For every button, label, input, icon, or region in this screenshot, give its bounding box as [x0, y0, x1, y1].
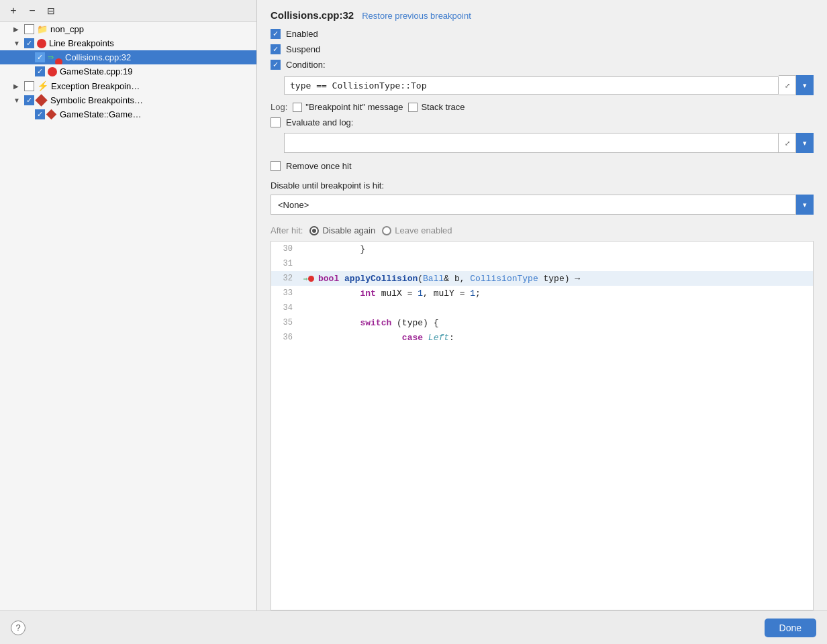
tree-label: GameState.cpp:19: [60, 66, 132, 76]
diamond-small-icon: [46, 109, 57, 120]
condition-checkbox[interactable]: [271, 60, 281, 70]
add-button[interactable]: +: [7, 4, 20, 17]
remove-once-checkbox[interactable]: [271, 161, 281, 171]
breakpoint-header: Collisions.cpp:32 Restore previous break…: [257, 0, 827, 29]
help-button[interactable]: ?: [11, 621, 26, 635]
remove-once-label: Remove once hit: [286, 161, 352, 171]
lightning-icon: ⚡: [37, 80, 48, 91]
diamond-icon: [35, 94, 47, 106]
after-hit-label: After hit:: [271, 225, 303, 235]
eval-input-row: ⤢ ▾: [284, 133, 814, 153]
leave-enabled-label: Leave enabled: [395, 225, 452, 235]
line-content-33: int mulX = 1, mulY = 1;: [318, 288, 813, 299]
code-line-33: 33 int mulX = 1, mulY = 1;: [271, 286, 813, 301]
disable-again-option[interactable]: Disable again: [309, 225, 375, 235]
tree-label: Symbolic Breakpoints…: [50, 95, 143, 105]
done-button[interactable]: Done: [765, 619, 816, 637]
tree-label: Collisions.cpp:32: [65, 52, 131, 62]
eval-input[interactable]: [284, 133, 779, 153]
code-line-30: 30 }: [271, 241, 813, 256]
tree-label: Line Breakpoints: [49, 38, 114, 48]
checkbox-non-cpp[interactable]: [24, 24, 34, 34]
suspend-checkbox[interactable]: [271, 44, 281, 54]
line-num-30: 30: [271, 244, 299, 254]
eval-row: Evaluate and log:: [271, 117, 814, 127]
stack-trace-label: Stack trace: [421, 102, 465, 112]
enabled-row: Enabled: [271, 29, 814, 39]
disable-again-radio[interactable]: [309, 226, 319, 235]
remove-button[interactable]: −: [26, 4, 39, 17]
line-num-35: 35: [271, 318, 299, 327]
code-area: 30 } 31 32 ⇒ bool applyCollision(Ball& b…: [271, 241, 814, 610]
eval-checkbox[interactable]: [271, 117, 281, 127]
condition-dropdown-button[interactable]: ▾: [796, 75, 814, 95]
disable-until-row: Disable until breakpoint is hit: <None> …: [271, 176, 814, 215]
triangle-icon: ▼: [13, 97, 21, 104]
checkbox-gamestate-game[interactable]: [35, 109, 45, 119]
disable-until-label: Disable until breakpoint is hit:: [271, 180, 814, 191]
condition-input[interactable]: [284, 76, 779, 95]
tree-area: ▶ 📁 non_cpp ▼ Line Breakpoints ⇒: [0, 22, 256, 610]
bp-red-dot-icon: [55, 58, 62, 65]
disable-select-arrow[interactable]: ▾: [796, 195, 814, 215]
bp-arrow-line-icon: ⇒: [303, 274, 308, 283]
disable-select-row: <None> ▾: [271, 195, 814, 215]
tree-item-gamestate-cpp[interactable]: GameState.cpp:19: [0, 64, 256, 78]
expand-eval-button[interactable]: ⤢: [779, 133, 796, 153]
bp-hit-label: "Breakpoint hit" message: [305, 102, 403, 112]
tree-label: Exception Breakpoin…: [51, 81, 140, 91]
tree-item-gamestate-game[interactable]: GameState::Game…: [0, 107, 256, 121]
log-row: Log: "Breakpoint hit" message Stack trac…: [271, 102, 814, 112]
bp-hit-option: "Breakpoint hit" message: [293, 102, 403, 112]
options-button[interactable]: ⊟: [44, 4, 58, 17]
line-content-30: }: [318, 244, 813, 254]
suspend-label: Suspend: [286, 44, 320, 54]
eval-label: Evaluate and log:: [286, 117, 353, 127]
line-content-36: case Left:: [318, 333, 813, 343]
breakpoint-form: Enabled Suspend Condition: ⤢ ▾ Log:: [257, 29, 827, 235]
checkbox-gamestate[interactable]: [35, 66, 45, 76]
condition-label: Condition:: [286, 60, 326, 70]
code-line-31: 31: [271, 256, 813, 271]
main-container: + − ⊟ ▶ 📁 non_cpp ▼ Line Breakpoints: [0, 0, 827, 610]
eval-dropdown-button[interactable]: ▾: [796, 133, 814, 153]
tree-item-symbolic-breakpoints[interactable]: ▼ Symbolic Breakpoints…: [0, 93, 256, 107]
checkbox-exception[interactable]: [24, 81, 34, 91]
expand-condition-button[interactable]: ⤢: [779, 75, 796, 95]
log-label: Log:: [271, 102, 287, 112]
code-line-34: 34: [271, 301, 813, 315]
folder-icon: 📁: [37, 24, 48, 34]
bp-hit-checkbox[interactable]: [293, 103, 302, 112]
tree-item-exception-breakpoints[interactable]: ▶ ⚡ Exception Breakpoin…: [0, 78, 256, 93]
checkbox-line-breakpoints[interactable]: [24, 38, 34, 48]
line-content-35: switch (type) {: [318, 318, 813, 328]
enabled-checkbox[interactable]: [271, 29, 281, 39]
code-line-32: 32 ⇒ bool applyCollision(Ball& b, Collis…: [271, 271, 813, 286]
checkbox-collisions[interactable]: [35, 52, 45, 62]
left-toolbar: + − ⊟: [0, 0, 256, 22]
line-gutter-32: ⇒: [299, 274, 318, 283]
red-dot-icon: [37, 39, 46, 48]
code-line-35: 35 switch (type) {: [271, 315, 813, 330]
right-panel: Collisions.cpp:32 Restore previous break…: [257, 0, 827, 610]
suspend-row: Suspend: [271, 44, 814, 54]
bp-arrow-icon: ⇒: [48, 53, 54, 62]
line-num-36: 36: [271, 333, 299, 342]
stack-trace-checkbox[interactable]: [408, 103, 418, 112]
tree-item-non-cpp[interactable]: ▶ 📁 non_cpp: [0, 22, 256, 36]
leave-enabled-radio[interactable]: [382, 226, 391, 235]
tree-label: non_cpp: [50, 24, 84, 34]
line-content-32: bool applyCollision(Ball& b, CollisionTy…: [318, 274, 813, 284]
breakpoint-filename: Collisions.cpp:32: [271, 9, 354, 21]
checkbox-symbolic[interactable]: [24, 95, 34, 105]
leave-enabled-option[interactable]: Leave enabled: [382, 225, 452, 235]
tree-label: GameState::Game…: [60, 109, 141, 119]
disable-select[interactable]: <None>: [271, 195, 796, 215]
tree-item-line-breakpoints[interactable]: ▼ Line Breakpoints: [0, 36, 256, 50]
enabled-label: Enabled: [286, 29, 318, 39]
line-num-34: 34: [271, 303, 299, 313]
restore-previous-link[interactable]: Restore previous breakpoint: [362, 11, 471, 21]
tree-item-collisions-cpp[interactable]: ⇒ Collisions.cpp:32: [0, 50, 256, 64]
remove-once-row: Remove once hit: [271, 161, 814, 171]
disable-again-label: Disable again: [322, 225, 375, 235]
